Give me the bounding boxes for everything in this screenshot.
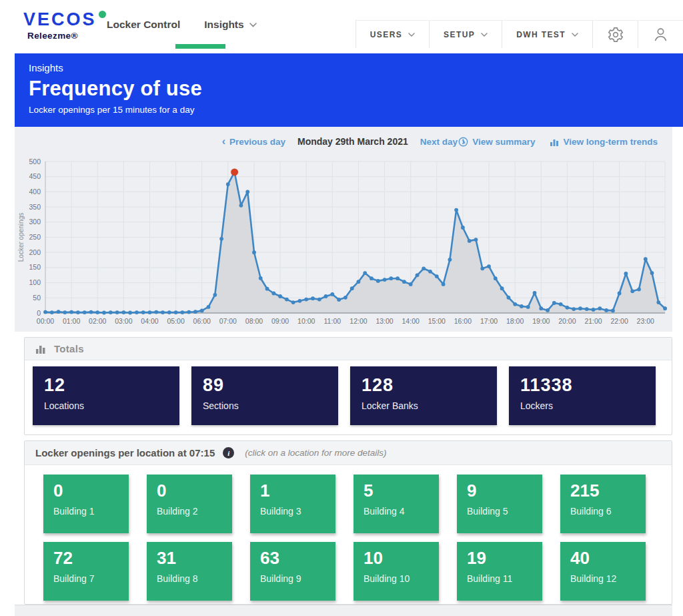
clock-icon	[458, 137, 468, 147]
total-value: 128	[362, 375, 497, 396]
location-value: 31	[157, 548, 232, 569]
location-card-building-5[interactable]: 9 Building 5	[457, 475, 542, 533]
locations-header: Locker openings per location at 07:15 i …	[25, 441, 672, 465]
frequency-of-use-chart[interactable]: 00:0001:0002:0003:0004:0005:0006:0007:00…	[15, 156, 672, 331]
menu-dwh-test-label: DWH TEST	[516, 30, 566, 39]
svg-text:350: 350	[29, 203, 41, 211]
menu-dwh-test[interactable]: DWH TEST	[502, 21, 592, 48]
menu-users[interactable]: USERS	[356, 21, 429, 48]
svg-text:07:00: 07:00	[219, 317, 237, 325]
svg-text:10:00: 10:00	[297, 317, 315, 325]
chevron-down-icon	[249, 23, 257, 27]
svg-text:0: 0	[37, 309, 41, 317]
menu-setup-label: SETUP	[444, 30, 475, 39]
chevron-left-icon: ‹	[222, 137, 225, 145]
total-value: 11338	[520, 375, 656, 396]
location-label: Building 3	[260, 506, 335, 517]
locations-hint: (click on a location for more details)	[245, 448, 386, 458]
svg-text:500: 500	[29, 158, 41, 166]
user-profile-icon[interactable]	[638, 21, 683, 48]
bar-chart-icon	[35, 344, 46, 354]
location-value: 63	[260, 548, 335, 569]
location-card-building-12[interactable]: 40 Building 12	[560, 542, 646, 601]
svg-text:01:00: 01:00	[63, 317, 80, 325]
totals-panel: Totals 12 Locations 89 Sections 128 Lock…	[24, 337, 672, 435]
svg-text:450: 450	[29, 172, 41, 180]
current-date: Monday 29th March 2021	[297, 136, 408, 147]
svg-text:Locker openings: Locker openings	[17, 213, 25, 262]
svg-text:05:00: 05:00	[167, 317, 184, 325]
view-trends-label: View long-term trends	[563, 137, 658, 147]
next-day-label: Next day	[420, 137, 458, 147]
menu-setup[interactable]: SETUP	[429, 21, 502, 48]
location-value: 40	[570, 548, 646, 569]
location-value: 19	[467, 548, 542, 569]
brand-logo[interactable]: VECOS Releezme®	[23, 10, 106, 41]
location-card-building-9[interactable]: 63 Building 9	[250, 542, 335, 601]
total-label: Locker Banks	[362, 400, 497, 411]
total-card-locations: 12 Locations	[33, 366, 179, 425]
svg-text:11:00: 11:00	[324, 317, 342, 325]
location-card-building-2[interactable]: 0 Building 2	[147, 475, 232, 533]
total-card-locker-banks: 128 Locker Banks	[350, 366, 497, 425]
location-value: 5	[364, 481, 439, 501]
svg-text:400: 400	[29, 188, 41, 196]
location-card-building-8[interactable]: 31 Building 8	[147, 542, 232, 601]
view-summary-label: View summary	[472, 137, 535, 147]
location-card-building-4[interactable]: 5 Building 4	[354, 475, 439, 533]
next-section-edge	[15, 605, 672, 616]
svg-text:14:00: 14:00	[402, 317, 420, 325]
location-label: Building 4	[364, 506, 439, 517]
svg-text:200: 200	[29, 248, 41, 256]
banner-breadcrumb: Insights	[29, 62, 683, 73]
location-card-building-10[interactable]: 10 Building 10	[354, 542, 439, 601]
total-card-lockers: 11338 Lockers	[509, 366, 656, 425]
location-value: 9	[467, 481, 542, 501]
svg-text:12:00: 12:00	[350, 317, 367, 325]
location-value: 1	[260, 481, 335, 501]
svg-text:23:00: 23:00	[637, 317, 654, 325]
total-value: 12	[44, 375, 179, 396]
totals-header: Totals	[25, 338, 672, 360]
location-card-building-7[interactable]: 72 Building 7	[43, 542, 129, 601]
info-icon[interactable]: i	[223, 447, 234, 458]
location-label: Building 8	[157, 573, 232, 584]
totals-cards: 12 Locations 89 Sections 128 Locker Bank…	[25, 360, 672, 425]
nav-insights-label: Insights	[204, 19, 243, 31]
settings-gear-icon[interactable]	[592, 21, 638, 48]
page-header-banner: Insights Frequency of use Locker opening…	[15, 53, 683, 127]
total-card-sections: 89 Sections	[191, 366, 338, 425]
chevron-down-icon	[572, 33, 578, 37]
location-card-building-1[interactable]: 0 Building 1	[43, 475, 129, 533]
svg-text:20:00: 20:00	[558, 317, 576, 325]
primary-nav: Locker Control Insights	[107, 0, 257, 49]
nav-locker-control[interactable]: Locker Control	[107, 19, 180, 31]
top-navigation: VECOS Releezme® Locker Control Insights …	[0, 0, 683, 53]
chevron-down-icon	[481, 33, 488, 37]
svg-text:17:00: 17:00	[480, 317, 498, 325]
location-label: Building 7	[53, 573, 129, 584]
location-card-building-6[interactable]: 215 Building 6	[560, 475, 646, 533]
totals-title: Totals	[54, 343, 84, 354]
brand-name: VECOS	[23, 10, 97, 29]
location-card-building-3[interactable]: 1 Building 3	[250, 475, 335, 533]
chart-panel: ‹ Previous day Monday 29th March 2021 Ne…	[15, 127, 672, 332]
view-summary-button[interactable]: View summary	[458, 137, 535, 147]
total-label: Sections	[203, 400, 338, 411]
locations-panel: Locker openings per location at 07:15 i …	[24, 440, 672, 605]
location-value: 10	[364, 548, 439, 569]
total-label: Locations	[44, 400, 179, 411]
svg-text:22:00: 22:00	[610, 317, 628, 325]
nav-insights[interactable]: Insights	[204, 19, 256, 31]
chevron-down-icon	[408, 33, 415, 37]
secondary-nav: USERS SETUP DWH TEST	[356, 20, 683, 48]
view-trends-button[interactable]: View long-term trends	[550, 137, 658, 147]
total-label: Lockers	[520, 400, 656, 411]
svg-text:00:00: 00:00	[37, 317, 54, 325]
location-card-building-11[interactable]: 19 Building 11	[457, 542, 542, 601]
previous-day-button[interactable]: ‹ Previous day	[222, 137, 285, 147]
active-tab-indicator	[175, 44, 225, 49]
location-label: Building 2	[157, 506, 232, 517]
brand-dot-icon	[99, 11, 106, 18]
location-label: Building 12	[570, 573, 646, 584]
